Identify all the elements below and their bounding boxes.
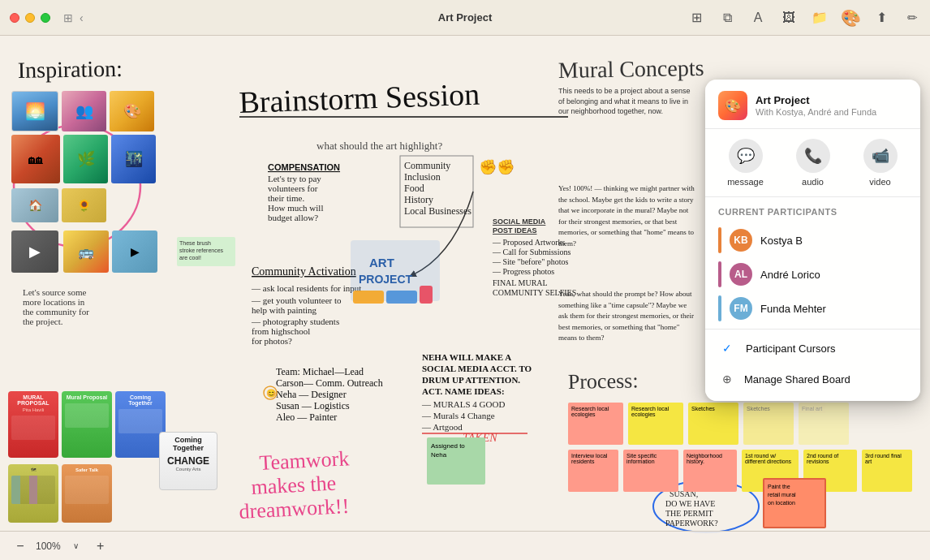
- inspiration-photo-10: 🚌: [63, 230, 109, 273]
- svg-text:Community Activation: Community Activation: [252, 265, 356, 278]
- titlebar-center: Art Project: [438, 11, 492, 24]
- svg-text:help with painting: help with painting: [252, 305, 317, 315]
- svg-text:THE PERMIT: THE PERMIT: [665, 509, 713, 518]
- audio-label: audio: [802, 177, 824, 187]
- process-sticky-1: Research local ecologies: [568, 403, 623, 445]
- research-doc-2: Mural Proposal: [62, 391, 112, 458]
- svg-text:Teamwork: Teamwork: [259, 446, 350, 475]
- zoom-in-button[interactable]: +: [92, 537, 110, 555]
- svg-text:Community: Community: [404, 160, 450, 171]
- titlebar-icons: ⊞ ⧉ A 🖼 📁 🎨 ⬆ ✏: [688, 10, 920, 26]
- svg-text:volunteers for: volunteers for: [268, 183, 318, 193]
- svg-rect-46: [420, 286, 433, 304]
- svg-text:ACT. NAME IDEAS:: ACT. NAME IDEAS:: [422, 386, 505, 396]
- folder-icon[interactable]: 📁: [812, 10, 828, 26]
- svg-text:Food: Food: [404, 183, 424, 194]
- inspiration-photo-2: 👥: [62, 91, 106, 131]
- svg-text:what should the art highlight?: what should the art highlight?: [316, 140, 442, 152]
- svg-text:Let's try to pay: Let's try to pay: [268, 174, 321, 183]
- svg-point-52: [264, 386, 277, 399]
- svg-text:Neha — Designer: Neha — Designer: [276, 389, 347, 400]
- svg-text:Local Businesses: Local Businesses: [404, 205, 471, 217]
- participant-cursors-label: Participant Cursors: [746, 342, 836, 355]
- inspiration-photo-3: 🎨: [110, 91, 154, 131]
- process-sticky-8: Neighborhood history.: [683, 450, 737, 492]
- svg-text:COMMUNITY SELFIES: COMMUNITY SELFIES: [493, 288, 576, 297]
- svg-text:— get youth volunteer to: — get youth volunteer to: [251, 295, 342, 305]
- text-format-icon[interactable]: A: [750, 10, 766, 26]
- funda-avatar: FM: [730, 297, 752, 320]
- participant-cursors-row[interactable]: ✓ Participant Cursors: [705, 333, 920, 364]
- svg-text:Inclusion: Inclusion: [404, 171, 441, 183]
- research-doc-3: ComingTogether: [115, 391, 166, 458]
- svg-text:Aleo — Painter: Aleo — Painter: [276, 411, 337, 423]
- svg-rect-44: [353, 291, 384, 304]
- edit-icon[interactable]: ✏: [904, 10, 920, 26]
- kostya-indicator: [718, 227, 721, 253]
- svg-text:Brainstorm Session: Brainstorm Session: [239, 77, 480, 119]
- svg-text:— ask local residents for inpu: — ask local residents for input: [251, 283, 361, 293]
- process-sticky-11: 3rd round final art: [862, 450, 912, 492]
- svg-text:Susan — Logistics: Susan — Logistics: [276, 400, 350, 411]
- svg-rect-41: [351, 240, 440, 301]
- svg-text:PAPERWORK?: PAPERWORK?: [665, 519, 718, 528]
- project-avatar: 🎨: [718, 91, 747, 120]
- back-arrow-icon[interactable]: ‹: [80, 11, 84, 24]
- canvas-area: Inspiration: These brush stroke referenc…: [0, 36, 930, 560]
- svg-text:😊: 😊: [266, 388, 277, 398]
- manage-shared-board-label: Manage Shared Board: [744, 373, 850, 386]
- manage-shared-board-row[interactable]: ⊕ Manage Shared Board: [705, 364, 920, 394]
- svg-text:NEHA WILL MAKE A: NEHA WILL MAKE A: [422, 352, 511, 362]
- maximize-button[interactable]: [41, 13, 50, 23]
- funda-name: Funda Mehter: [760, 303, 826, 315]
- participant-row-kostya: KB Kostya B: [705, 223, 920, 257]
- participants-header: Current Participants: [705, 204, 920, 223]
- svg-text:SOCIAL MEDIA: SOCIAL MEDIA: [493, 218, 546, 226]
- zoom-chevron-icon[interactable]: ∨: [67, 537, 85, 555]
- svg-text:the community for: the community for: [23, 307, 89, 317]
- permit-sticky: Paint theretail muralon location: [763, 478, 826, 528]
- popup-actions: 💬 message 📞 audio 📹 video: [705, 129, 920, 197]
- divider: [705, 329, 920, 330]
- svg-text:FINAL MURAL: FINAL MURAL: [493, 278, 548, 287]
- andre-avatar: AL: [730, 263, 752, 286]
- svg-text:— Artgood: — Artgood: [421, 422, 463, 432]
- zoom-out-button[interactable]: −: [11, 537, 29, 555]
- svg-text:dreamwork!!: dreamwork!!: [239, 494, 350, 523]
- kostya-avatar: KB: [730, 229, 752, 252]
- research-doc-1: MURALPROPOSAL Pita Havili: [8, 391, 58, 458]
- svg-text:makes the: makes the: [251, 472, 337, 499]
- inspiration-photo-9: ▶: [11, 230, 58, 273]
- svg-text:ART: ART: [369, 256, 394, 269]
- audio-icon: 📞: [796, 139, 830, 173]
- svg-text:their time.: their time.: [268, 193, 304, 203]
- layers-icon[interactable]: ⧉: [719, 10, 735, 26]
- process-sticky-5: Final art: [799, 403, 849, 445]
- zoom-level[interactable]: 100%: [36, 541, 61, 552]
- window-title: Art Project: [438, 11, 492, 24]
- funda-indicator: [718, 295, 721, 321]
- audio-action-button[interactable]: 📞 audio: [779, 139, 846, 187]
- video-action-button[interactable]: 📹 video: [846, 139, 914, 187]
- svg-text:the project.: the project.: [23, 317, 63, 326]
- profile-icon[interactable]: 🎨: [842, 10, 859, 26]
- titlebar-nav: ⊞ ‹: [63, 11, 84, 24]
- kostya-name: Kostya B: [760, 235, 803, 247]
- share-icon[interactable]: ⬆: [873, 10, 889, 26]
- message-label: message: [727, 177, 764, 187]
- svg-text:are cool!: are cool!: [179, 255, 201, 261]
- svg-text:— photography students: — photography students: [251, 317, 339, 326]
- svg-rect-2: [177, 237, 235, 266]
- process-sticky-3: Sketches: [688, 403, 738, 445]
- view-toggle-icon[interactable]: ⊞: [688, 10, 704, 26]
- sidebar-toggle-icon[interactable]: ⊞: [63, 11, 73, 24]
- image-insert-icon[interactable]: 🖼: [781, 10, 797, 26]
- message-action-button[interactable]: 💬 message: [712, 139, 779, 187]
- inspiration-photo-7: 🏠: [11, 188, 58, 222]
- close-button[interactable]: [10, 13, 19, 23]
- svg-text:for photos?: for photos?: [252, 336, 292, 346]
- svg-text:— Murals 4 Change: — Murals 4 Change: [421, 411, 495, 420]
- process-sticky-7: Site specific information: [623, 450, 678, 492]
- minimize-button[interactable]: [25, 13, 35, 23]
- svg-text:— MURALS 4 GOOD: — MURALS 4 GOOD: [421, 399, 505, 409]
